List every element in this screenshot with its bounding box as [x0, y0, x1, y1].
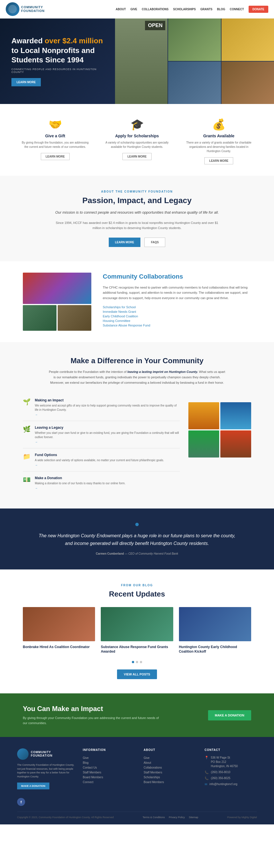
card-grants: 💰 Grants Available There are a variety o…	[181, 115, 257, 167]
collab-link-4[interactable]: Housing Committee	[103, 318, 248, 323]
facebook-icon[interactable]: f	[17, 798, 25, 806]
about-buttons: LEARN MORE FAQS	[34, 238, 240, 247]
collab-image-sign	[23, 305, 56, 331]
diff-item-donation: 💵 Make a Donation Making a donation to o…	[23, 471, 180, 494]
testimonial-author-sep: —	[125, 552, 129, 555]
footer-info-link-1[interactable]: Give	[83, 755, 135, 760]
footer-info-link-5[interactable]: Board Members	[83, 775, 135, 780]
footer-info-title: INFORMATION	[83, 748, 135, 751]
footer-logo-text-2: FOUNDATION	[31, 754, 53, 757]
collab-link-3[interactable]: Early Childhood Coalition	[103, 314, 248, 318]
nav-scholarships[interactable]: SCHOLARSHIPS	[173, 8, 195, 11]
view-all-posts-button[interactable]: VIEW ALL POSTS	[117, 670, 157, 679]
footer-about-link-2[interactable]: About	[143, 760, 196, 765]
about-faqs-button[interactable]: FAQS	[144, 238, 165, 247]
update-dot-3[interactable]	[140, 661, 142, 663]
logo-text-line2: FOUNDATION	[21, 9, 45, 13]
cards-section: 🤝 Give a Gift By giving through the foun…	[0, 104, 274, 176]
cta-desc: By giving through your Community Foundat…	[23, 716, 160, 725]
collab-image-mural	[23, 273, 91, 304]
footer-about-link-3[interactable]: Collaborations	[143, 765, 196, 770]
footer-info-link-3[interactable]: Contact Us	[83, 765, 135, 770]
nav-collaborations[interactable]: COLLABORATIONS	[142, 8, 169, 11]
footer-donate-button[interactable]: MAKE A DONATION	[17, 782, 49, 789]
diff-item-impact-icon: 🌱	[23, 398, 31, 416]
card-scholarships-desc: A variety of scholarship opportunities a…	[102, 141, 172, 149]
card-scholarships: 🎓 Apply for Scholarships A variety of sc…	[99, 115, 175, 167]
diff-item-legacy-arrow[interactable]: →	[35, 440, 180, 443]
about-learn-more-button[interactable]: LEARN MORE	[109, 238, 140, 247]
difference-content: 🌱 Making an Impact We welcome and accept…	[23, 394, 251, 494]
hero-image-5	[221, 62, 274, 104]
diff-item-donation-title: Make a Donation	[35, 476, 125, 480]
footer-contact-phone1: 📞 (260) 356-8010	[204, 771, 257, 774]
updates-cards: Bonbrake Hired As Coalition Coordinator …	[23, 607, 251, 654]
footer-bottom-links: Terms & Conditions Privacy Policy Sitema…	[143, 816, 198, 819]
card-grants-button[interactable]: LEARN MORE	[204, 157, 233, 164]
about-subtitle: Our mission is to connect people and res…	[34, 210, 240, 216]
footer-about-link-4[interactable]: Staff Members	[143, 770, 196, 775]
update-card-2-img	[101, 607, 173, 641]
hero-title-plain: Awarded	[11, 36, 45, 45]
cta-banner: You Can Make an Impact By giving through…	[0, 693, 274, 737]
footer-info-link-6[interactable]: Connect	[83, 780, 135, 784]
hero-images: OPEN	[115, 19, 274, 104]
nav-connect[interactable]: CONNECT	[230, 8, 244, 11]
nav-give[interactable]: GIVE	[131, 8, 137, 11]
diff-item-fund-title: Fund Options	[35, 453, 164, 457]
diff-photo-sunset	[188, 402, 219, 429]
card-scholarships-icon: 🎓	[102, 118, 172, 131]
difference-title: Make a Difference in Your Community	[23, 356, 251, 365]
footer-logo-icon	[17, 748, 29, 760]
diff-item-fund-arrow[interactable]: →	[35, 464, 164, 467]
footer-about-link-6[interactable]: Board Members	[143, 780, 196, 784]
hero-section: Awarded over $2.4 million to Local Nonpr…	[0, 19, 274, 104]
difference-items: 🌱 Making an Impact We welcome and accept…	[23, 394, 180, 494]
footer-terms-link[interactable]: Terms & Conditions	[143, 816, 165, 819]
update-card-1-title[interactable]: Bonbrake Hired As Coalition Coordinator	[23, 645, 95, 650]
footer-contact-title: CONTACT	[204, 748, 257, 751]
logo-text-line1: COMMUNITY	[21, 5, 45, 9]
collab-link-5[interactable]: Substance Abuse Response Fund	[103, 323, 248, 328]
footer-info-link-4[interactable]: Staff Members	[83, 770, 135, 775]
collab-link-1[interactable]: Scholarships for School	[103, 305, 248, 309]
update-card-3-title[interactable]: Huntington County Early Childhood Coalit…	[179, 645, 251, 654]
collab-link-2[interactable]: Immediate Needs Grant	[103, 309, 248, 314]
about-text: Since 1994, HCCF has awarded over $2.4 m…	[51, 220, 223, 231]
diff-item-impact-arrow[interactable]: →	[35, 413, 180, 416]
update-dot-1[interactable]	[132, 661, 134, 663]
footer-contact-col: CONTACT 📍 536 W Page St PO Box 212 Hunti…	[204, 748, 257, 789]
footer-info-links: Give Blog Contact Us Staff Members Board…	[83, 755, 135, 784]
update-card-3-img	[179, 607, 251, 641]
update-card-3: Huntington County Early Childhood Coalit…	[179, 607, 251, 654]
hero-image-4	[168, 62, 221, 104]
cta-donate-button[interactable]: MAKE A DONATION	[208, 710, 251, 720]
footer-phone2-text[interactable]: (260) 356-8025	[211, 777, 230, 780]
footer-contact-email: ✉ info@huntingtoncf.org	[204, 782, 257, 786]
nav-about[interactable]: ABOUT	[116, 8, 126, 11]
card-give-button[interactable]: LEARN MORE	[41, 153, 70, 160]
navbar: COMMUNITY FOUNDATION ABOUT GIVE COLLABOR…	[0, 0, 274, 19]
footer-powered: Powered by Mighty Digital	[227, 816, 257, 819]
footer-privacy-link[interactable]: Privacy Policy	[169, 816, 185, 819]
nav-grants[interactable]: GRANTS	[200, 8, 212, 11]
footer-phone1-text[interactable]: (260) 356-8010	[211, 771, 230, 774]
nav-donate-button[interactable]: DONATE	[249, 6, 268, 13]
card-scholarships-title: Apply for Scholarships	[102, 134, 172, 138]
card-grants-desc: There are a variety of grants available …	[184, 141, 254, 153]
footer-sitemap-link[interactable]: Sitemap	[189, 816, 198, 819]
footer-info-link-2[interactable]: Blog	[83, 760, 135, 765]
diff-item-donation-arrow[interactable]: →	[35, 487, 125, 490]
card-scholarships-button[interactable]: LEARN MORE	[122, 153, 151, 160]
footer-email-text[interactable]: info@huntingtoncf.org	[210, 782, 238, 786]
update-dot-2[interactable]	[136, 661, 138, 663]
difference-section: Make a Difference in Your Community Peop…	[0, 342, 274, 508]
footer-about-link-5[interactable]: Scholarships	[143, 775, 196, 780]
footer-about-link-1[interactable]: Give	[143, 755, 196, 760]
diff-item-legacy: 🌿 Leaving a Legacy Whether you start you…	[23, 421, 180, 448]
update-card-2-title[interactable]: Substance Abuse Response Fund Grants Awa…	[101, 645, 173, 654]
hero-learn-more-button[interactable]: LEARN MORE	[11, 78, 41, 86]
footer-contact-address: 📍 536 W Page St PO Box 212 Huntington, I…	[204, 755, 257, 768]
nav-blog[interactable]: BLOG	[217, 8, 225, 11]
nav-links: ABOUT GIVE COLLABORATIONS SCHOLARSHIPS G…	[116, 6, 268, 13]
